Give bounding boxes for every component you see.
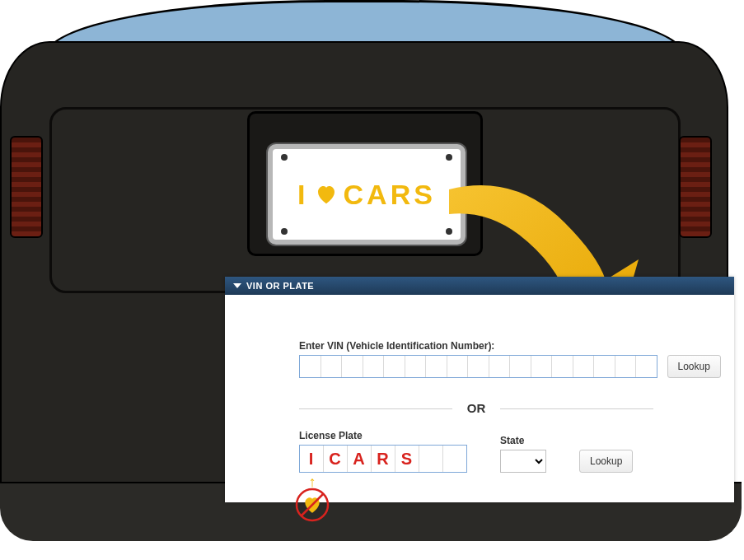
vin-cell[interactable] xyxy=(468,356,489,377)
panel-header[interactable]: VIN OR PLATE xyxy=(225,277,734,295)
svg-line-1 xyxy=(302,494,323,516)
vin-cell[interactable] xyxy=(531,356,553,377)
vin-cell[interactable] xyxy=(573,356,595,377)
plate-cell[interactable]: A xyxy=(348,446,372,472)
license-plate-input[interactable]: ICARS xyxy=(299,445,467,473)
license-plate-field: License Plate ICARS xyxy=(299,430,467,473)
plate-cell[interactable]: S xyxy=(395,446,419,472)
vin-cell[interactable] xyxy=(510,356,531,377)
vin-field: Enter VIN (Vehicle Identification Number… xyxy=(299,340,708,383)
heart-icon xyxy=(314,182,339,207)
license-plate: I CARS xyxy=(268,144,466,245)
panel-body: Enter VIN (Vehicle Identification Number… xyxy=(225,295,734,502)
vin-cell[interactable] xyxy=(384,356,405,377)
or-divider: OR xyxy=(299,401,653,415)
vin-input[interactable] xyxy=(299,355,657,378)
vin-label: Enter VIN (Vehicle Identification Number… xyxy=(299,340,708,352)
vin-cell[interactable] xyxy=(342,356,363,377)
plate-state-row: License Plate ICARS State . Lookup xyxy=(299,430,708,473)
plate-suffix: CARS xyxy=(344,179,436,211)
caret-down-icon xyxy=(233,283,241,288)
vin-cell[interactable] xyxy=(489,356,511,377)
plate-screw xyxy=(446,228,452,235)
license-plate-label: License Plate xyxy=(299,430,467,441)
vin-cell[interactable] xyxy=(426,356,447,377)
vin-cell[interactable] xyxy=(321,356,343,377)
vin-cell[interactable] xyxy=(405,356,427,377)
vin-cell[interactable] xyxy=(552,356,573,377)
vin-cell[interactable] xyxy=(636,356,657,377)
state-label: State xyxy=(500,435,546,446)
plate-screw xyxy=(281,154,288,161)
no-heart-icon xyxy=(295,488,330,522)
omit-symbol-annotation: ↑ xyxy=(295,474,330,522)
vin-cell[interactable] xyxy=(363,356,385,377)
state-select[interactable] xyxy=(500,450,546,473)
plate-prefix: I xyxy=(297,179,308,211)
plate-screw xyxy=(446,154,452,161)
vin-cell[interactable] xyxy=(594,356,615,377)
plate-cell[interactable] xyxy=(443,446,467,472)
plate-lookup-button[interactable]: Lookup xyxy=(579,450,633,473)
plate-screw xyxy=(281,228,288,235)
state-field: State xyxy=(500,435,546,473)
taillight-left xyxy=(10,136,43,238)
plate-cell[interactable]: I xyxy=(300,446,324,472)
vin-cell[interactable] xyxy=(615,356,637,377)
taillight-right xyxy=(679,136,712,238)
plate-cell[interactable] xyxy=(419,446,443,472)
panel-title: VIN OR PLATE xyxy=(246,281,314,291)
vin-cell[interactable] xyxy=(300,356,321,377)
vin-or-plate-panel: VIN OR PLATE Enter VIN (Vehicle Identifi… xyxy=(225,277,734,502)
plate-cell[interactable]: C xyxy=(324,446,348,472)
vin-lookup-button[interactable]: Lookup xyxy=(667,355,721,378)
plate-cell[interactable]: R xyxy=(372,446,395,472)
vin-cell[interactable] xyxy=(447,356,469,377)
plate-lookup-wrap: . Lookup xyxy=(579,435,633,473)
or-label: OR xyxy=(452,401,501,415)
